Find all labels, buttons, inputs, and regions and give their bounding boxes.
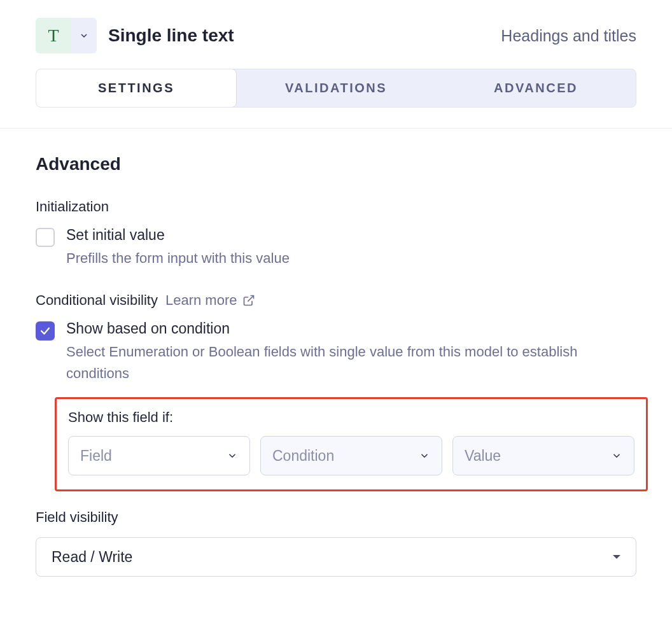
external-link-icon xyxy=(242,294,255,307)
condition-value-placeholder: Value xyxy=(465,447,501,465)
field-visibility-select[interactable]: Read / Write xyxy=(36,537,636,577)
chevron-down-icon xyxy=(419,450,430,461)
tabs: SETTINGS VALIDATIONS ADVANCED xyxy=(36,69,636,108)
learn-more-link[interactable]: Learn more xyxy=(165,292,255,309)
breadcrumb: Headings and titles xyxy=(501,27,636,45)
type-dropdown-toggle[interactable] xyxy=(71,18,97,53)
panel-heading: Advanced xyxy=(36,154,636,174)
condition-field-select[interactable]: Field xyxy=(68,436,250,475)
learn-more-text: Learn more xyxy=(165,292,237,309)
svg-line-0 xyxy=(248,296,253,302)
type-letter-badge: T xyxy=(36,18,71,53)
set-initial-value-title: Set initial value xyxy=(66,227,290,244)
set-initial-value-checkbox[interactable] xyxy=(36,228,55,247)
check-icon xyxy=(39,325,51,337)
condition-value-select[interactable]: Value xyxy=(452,436,634,475)
show-this-field-if-label: Show this field if: xyxy=(68,409,634,426)
chevron-down-icon xyxy=(611,450,622,461)
condition-operator-placeholder: Condition xyxy=(272,447,334,465)
chevron-down-icon xyxy=(227,450,238,461)
tab-validations[interactable]: VALIDATIONS xyxy=(236,69,436,107)
set-initial-value-desc: Prefills the form input with this value xyxy=(66,248,290,269)
tab-settings[interactable]: SETTINGS xyxy=(36,69,237,108)
show-based-on-condition-checkbox[interactable] xyxy=(36,321,55,341)
page-title: Single line text xyxy=(108,25,234,46)
tab-advanced[interactable]: ADVANCED xyxy=(436,69,636,107)
initialization-label: Initialization xyxy=(36,199,636,215)
header: T Single line text Headings and titles xyxy=(0,0,672,69)
show-based-on-condition-title: Show based on condition xyxy=(66,320,636,337)
field-visibility-label: Field visibility xyxy=(36,509,636,526)
condition-field-placeholder: Field xyxy=(80,447,112,465)
field-type-selector[interactable]: T xyxy=(36,18,97,53)
field-visibility-value: Read / Write xyxy=(52,549,132,566)
condition-config-highlight: Show this field if: Field Condition Valu… xyxy=(55,397,648,491)
show-based-on-condition-desc: Select Enumeration or Boolean fields wit… xyxy=(66,341,636,384)
conditional-visibility-label: Conditional visibility xyxy=(36,292,158,309)
caret-down-icon xyxy=(613,555,620,559)
chevron-down-icon xyxy=(79,31,89,41)
condition-operator-select[interactable]: Condition xyxy=(260,436,442,475)
